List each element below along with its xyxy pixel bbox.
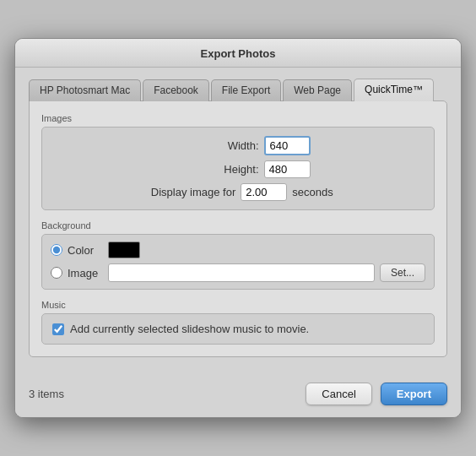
background-section-label: Background [41, 220, 435, 231]
window-title: Export Photos [201, 47, 276, 60]
export-photos-window: Export Photos HP Photosmart Mac Facebook… [14, 38, 462, 418]
tab-bar: HP Photosmart Mac Facebook File Export W… [29, 78, 447, 100]
images-section-box: Width: Height: Display image for seconds [41, 127, 435, 210]
footer: 3 items Cancel Export [15, 371, 461, 417]
cancel-button[interactable]: Cancel [306, 383, 371, 405]
title-bar: Export Photos [15, 39, 461, 68]
width-input[interactable] [264, 136, 311, 155]
images-section-label: Images [41, 113, 435, 123]
music-checkbox[interactable] [52, 323, 64, 335]
height-row: Height: [54, 160, 422, 178]
height-label: Height: [166, 163, 259, 176]
display-label: Display image for [143, 186, 235, 198]
image-radio[interactable] [51, 267, 62, 279]
tab-quicktime[interactable]: QuickTime™ [354, 79, 434, 101]
music-section-box: Add currently selected slideshow music t… [41, 313, 435, 345]
export-button[interactable]: Export [381, 383, 447, 405]
tab-web-page[interactable]: Web Page [283, 79, 352, 101]
color-radio-row: Color [51, 242, 425, 258]
music-checkbox-label: Add currently selected slideshow music t… [70, 323, 309, 335]
music-section: Music Add currently selected slideshow m… [41, 300, 435, 345]
tab-hp-photosmart[interactable]: HP Photosmart Mac [29, 79, 141, 101]
background-section: Background Color Image Set... [41, 220, 435, 290]
display-input[interactable] [241, 183, 287, 201]
set-button[interactable]: Set... [380, 263, 425, 282]
color-radio-label: Color [68, 244, 101, 257]
images-section: Images Width: Height: Display image for … [41, 113, 435, 210]
music-checkbox-row: Add currently selected slideshow music t… [52, 323, 424, 335]
color-radio[interactable] [51, 244, 62, 256]
display-row: Display image for seconds [54, 183, 422, 201]
width-label: Width: [166, 139, 259, 152]
background-section-box: Color Image Set... [41, 234, 435, 290]
tab-facebook[interactable]: Facebook [143, 79, 209, 101]
display-suffix: seconds [292, 186, 333, 198]
quicktime-panel: Images Width: Height: Display image for … [29, 100, 447, 357]
footer-buttons: Cancel Export [306, 383, 447, 405]
color-swatch[interactable] [108, 242, 140, 258]
image-radio-label: Image [68, 267, 101, 280]
width-row: Width: [54, 136, 422, 155]
height-input[interactable] [264, 160, 311, 178]
image-radio-row: Image Set... [51, 263, 425, 282]
items-count: 3 items [29, 388, 64, 400]
tab-file-export[interactable]: File Export [211, 79, 281, 101]
image-path-input[interactable] [108, 263, 375, 282]
music-section-label: Music [41, 300, 435, 310]
window-content: HP Photosmart Mac Facebook File Export W… [15, 68, 461, 371]
